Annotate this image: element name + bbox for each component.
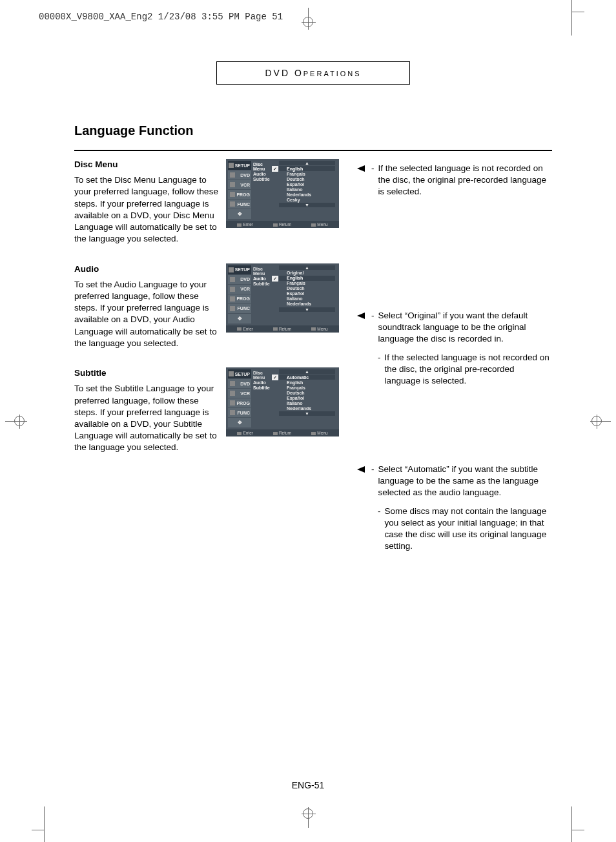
disc-menu-osd: SETUPDVDVCRPROGFUNC✥Disc MenuAudioSubtit…	[226, 159, 339, 245]
osd-option: Deutsch	[279, 390, 335, 395]
audio-body: To set the Audio Language to your prefer…	[74, 280, 217, 348]
page-heading: Language Function	[74, 123, 552, 138]
subtitle-block: Subtitle To set the Subtitle Language to…	[74, 367, 339, 454]
audio-osd: SETUPDVDVCRPROGFUNC✥Disc MenuAudioSubtit…	[226, 263, 339, 350]
audio-title: Audio	[74, 263, 218, 275]
osd-mid-item: Subtitle	[253, 282, 275, 286]
section-banner-text: DVD OPERATIONS	[265, 68, 361, 78]
crop-corner	[571, 806, 572, 842]
page-content: DVD OPERATIONS Language Function Disc Me…	[74, 61, 552, 571]
crop-mark-left	[5, 415, 31, 427]
crop-corner	[571, 0, 572, 36]
osd-option: Français	[279, 171, 335, 176]
disc-menu-title: Disc Menu	[74, 159, 218, 170]
print-slug: 00000X_V9800_XAA_Eng2 1/23/08 3:55 PM Pa…	[39, 12, 283, 22]
osd-mid-item: Subtitle	[253, 177, 275, 181]
note-arrow-icon	[357, 165, 365, 172]
crop-mark-top	[302, 8, 314, 34]
check-icon: ✓	[272, 166, 278, 172]
subtitle-title: Subtitle	[74, 367, 218, 379]
audio-note-2: If the selected language is not recorded…	[385, 352, 553, 387]
scroll-up-icon: ▲	[279, 369, 335, 374]
osd-option: Original	[279, 271, 335, 276]
osd-footer: EnterReturnMenu	[226, 325, 339, 333]
scroll-down-icon: ▼	[279, 203, 335, 207]
right-column: - If the selected language is not record…	[357, 159, 552, 571]
osd-option: Nederlands	[279, 192, 335, 197]
osd-tab: DVD	[228, 170, 251, 180]
osd-tab: PROG	[228, 398, 251, 407]
osd-option: Cesky	[279, 197, 335, 202]
crop-mark-bottom	[302, 808, 314, 834]
subtitle-note-1: Select “Automatic” if you want the subti…	[378, 464, 553, 499]
scroll-down-icon: ▼	[279, 411, 335, 416]
osd-footer: EnterReturnMenu	[226, 221, 339, 228]
disc-menu-body: To set the Disc Menu Language to your pr…	[74, 175, 218, 243]
heading-rule	[74, 150, 552, 151]
osd-option: Deutsch	[279, 286, 335, 291]
osd-tab: FUNC	[228, 408, 251, 417]
disc-menu-block: Disc Menu To set the Disc Menu Language …	[74, 159, 339, 245]
osd-tab: PROG	[228, 190, 251, 199]
osd-option: English✓	[279, 166, 335, 171]
subtitle-note-2: Some discs may not contain the language …	[385, 506, 553, 553]
osd-tab: VCR	[228, 285, 251, 294]
osd-option: Español	[279, 291, 335, 296]
osd-footer: EnterReturnMenu	[226, 429, 339, 436]
osd-option: English	[279, 380, 335, 385]
scroll-up-icon: ▲	[279, 161, 335, 165]
osd-option: Italiano	[279, 187, 335, 192]
osd-option: Español	[279, 181, 335, 187]
audio-note-1: Select “Original” if you want the defaul…	[378, 310, 553, 345]
osd-mid-item: Audio	[253, 172, 275, 176]
osd-option: Nederlands	[279, 302, 335, 307]
osd-tab: FUNC	[228, 304, 251, 313]
disc-menu-note-1: If the selected language is not recorded…	[378, 163, 553, 198]
audio-block: Audio To set the Audio Language to your …	[74, 263, 339, 350]
osd-option: Español	[279, 395, 335, 400]
osd-tab: DVD	[228, 275, 251, 284]
subtitle-osd: SETUPDVDVCRPROGFUNC✥Disc MenuAudioSubtit…	[226, 367, 339, 454]
osd-mid-item: Disc Menu	[253, 267, 275, 276]
check-icon: ✓	[272, 276, 278, 282]
osd-option: Français	[279, 385, 335, 390]
osd-tab: VCR	[228, 180, 251, 189]
osd-tab: SETUP	[228, 369, 251, 378]
scroll-down-icon: ▼	[279, 307, 335, 312]
osd-tab: FUNC	[228, 200, 251, 209]
osd-tab: PROG	[228, 294, 251, 303]
left-column: Disc Menu To set the Disc Menu Language …	[74, 159, 339, 571]
osd-tab: SETUP	[228, 161, 251, 170]
note-arrow-icon	[357, 313, 365, 319]
osd-tab: DVD	[228, 379, 251, 388]
osd-option: English✓	[279, 276, 335, 281]
disc-menu-notes: - If the selected language is not record…	[357, 159, 552, 288]
section-banner: DVD OPERATIONS	[216, 61, 410, 85]
osd-option: Italiano	[279, 400, 335, 406]
crop-corner	[44, 806, 45, 842]
note-arrow-icon	[357, 466, 365, 473]
osd-mid-item: Audio	[253, 380, 275, 385]
crop-mark-right	[585, 415, 611, 427]
osd-option: Français	[279, 281, 335, 286]
scroll-up-icon: ▲	[279, 265, 335, 270]
subtitle-notes: - Select “Automatic” if you want the sub…	[357, 460, 552, 553]
page-number: ENG-51	[292, 780, 325, 790]
osd-option: Nederlands	[279, 406, 335, 411]
two-column-layout: Disc Menu To set the Disc Menu Language …	[74, 159, 552, 571]
osd-option: Italiano	[279, 296, 335, 302]
check-icon: ✓	[272, 375, 278, 380]
osd-mid-item: Subtitle	[253, 385, 275, 390]
osd-option: Automatic✓	[279, 375, 335, 380]
subtitle-body: To set the Subtitle Language to your pre…	[74, 384, 217, 452]
osd-option: Deutsch	[279, 176, 335, 181]
osd-tab: SETUP	[228, 265, 251, 274]
osd-tab: VCR	[228, 389, 251, 398]
audio-notes: - Select “Original” if you want the defa…	[357, 306, 552, 442]
